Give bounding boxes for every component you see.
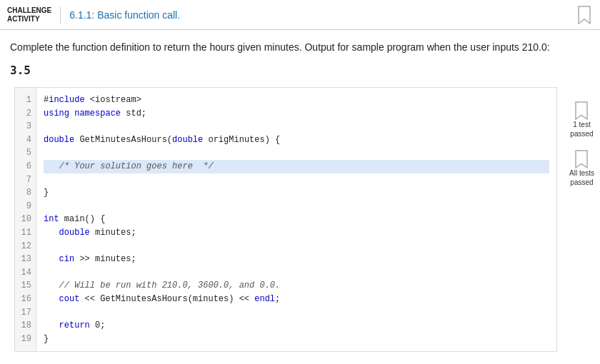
code-line: double GetMinutesAsHours(double origMinu… xyxy=(44,133,549,147)
code-line: using namespace std; xyxy=(44,107,549,121)
code-line: return 0; xyxy=(44,319,549,333)
code-line xyxy=(44,146,549,160)
sample-output: 3.5 xyxy=(0,59,600,87)
code-line: int main() { xyxy=(44,213,549,226)
code-line: #include <iostream> xyxy=(44,93,549,107)
header-title: 6.1.1: Basic function call. xyxy=(69,9,180,21)
test1-label: 1 test passed xyxy=(570,120,593,138)
test2-badge: All tests passed xyxy=(569,150,594,187)
code-line xyxy=(44,306,549,320)
code-content[interactable]: #include <iostream>using namespace std; … xyxy=(36,88,556,351)
code-line: cin >> minutes; xyxy=(44,253,549,266)
test1-badge-icon xyxy=(574,101,589,120)
line-numbers: 12345678910111213141516171819 xyxy=(15,88,36,351)
code-line xyxy=(44,266,549,280)
code-line: // Will be run with 210.0, 3600.0, and 0… xyxy=(44,279,549,293)
code-line: } xyxy=(44,333,549,346)
test2-badge-icon xyxy=(574,150,589,168)
test2-label: All tests passed xyxy=(569,168,594,187)
code-line xyxy=(44,200,549,213)
code-line: } xyxy=(44,186,549,200)
code-area: 12345678910111213141516171819 #include <… xyxy=(14,87,557,352)
bookmark-icon xyxy=(576,5,593,25)
header: CHALLENGE ACTIVITY 6.1.1: Basic function… xyxy=(0,0,600,30)
code-wrapper: 12345678910111213141516171819 #include <… xyxy=(7,87,593,352)
code-line: double minutes; xyxy=(44,226,549,240)
challenge-activity-label: CHALLENGE ACTIVITY xyxy=(7,6,61,24)
code-line xyxy=(44,120,549,133)
description-text: Complete the function definition to retu… xyxy=(0,30,600,59)
code-line xyxy=(44,240,549,253)
test1-badge: 1 test passed xyxy=(570,101,593,138)
code-line: cout << GetMinutesAsHours(minutes) << en… xyxy=(44,293,549,306)
code-line xyxy=(44,173,549,187)
code-line: /* Your solution goes here */ xyxy=(44,160,549,173)
